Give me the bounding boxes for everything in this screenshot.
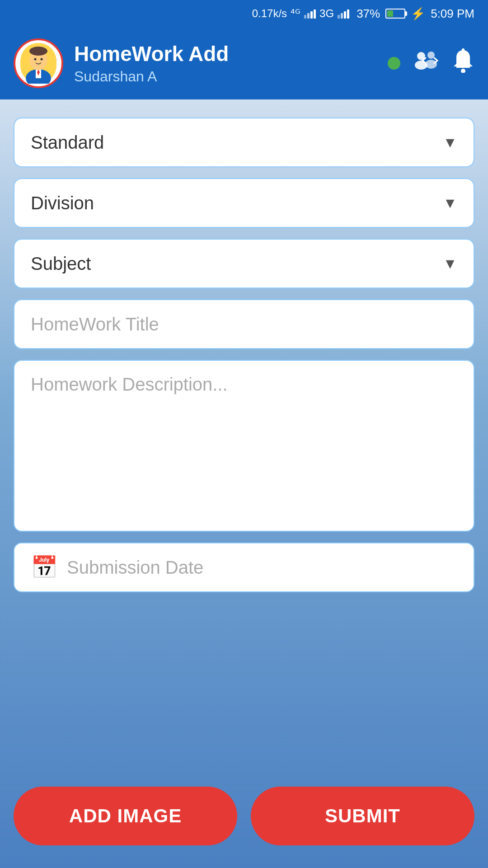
division-dropdown[interactable]: Division ▼ [14, 178, 474, 228]
standard-chevron-down-icon: ▼ [443, 134, 457, 151]
standard-label: Standard [31, 132, 104, 153]
lightning-icon: ⚡ [411, 7, 425, 21]
subject-chevron-down-icon: ▼ [443, 255, 457, 272]
notification-bell-icon[interactable] [452, 48, 474, 78]
spacer [14, 603, 474, 767]
division-chevron-down-icon: ▼ [443, 195, 457, 212]
user-name: Sudarshan A [74, 68, 377, 85]
avatar [14, 38, 63, 88]
submission-date-input[interactable]: 📅 Submission Date [14, 542, 474, 592]
date-placeholder-text: Submission Date [67, 557, 203, 578]
standard-dropdown[interactable]: Standard ▼ [14, 118, 474, 167]
header-actions [388, 48, 474, 78]
device-status: 37% ⚡ 5:09 PM [357, 7, 474, 21]
calendar-icon: 📅 [31, 555, 58, 580]
signal-4g-icon [304, 9, 316, 19]
users-icon[interactable] [413, 49, 439, 78]
status-bar: 0.17k/s ⁴ᴳ 3G 37% ⚡ 5:09 PM [0, 0, 488, 27]
bottom-buttons: ADD IMAGE SUBMIT [14, 787, 474, 845]
header: HomeWork Add Sudarshan A [0, 27, 488, 99]
main-content: Standard ▼ Division ▼ Subject ▼ 📅 Submis… [0, 99, 488, 868]
svg-point-11 [425, 60, 437, 69]
network-type-1: ⁴ᴳ [291, 7, 300, 20]
svg-rect-14 [462, 48, 465, 51]
signal-3g-icon [338, 9, 349, 19]
add-image-button[interactable]: ADD IMAGE [14, 787, 237, 845]
homework-description-input[interactable] [14, 360, 474, 532]
svg-point-7 [41, 58, 43, 61]
network-type-2: 3G [319, 7, 334, 20]
battery-icon [385, 9, 405, 19]
network-info: 0.17k/s ⁴ᴳ 3G [252, 7, 349, 20]
svg-rect-12 [456, 66, 470, 68]
division-label: Division [31, 193, 94, 213]
subject-dropdown[interactable]: Subject ▼ [14, 239, 474, 288]
submit-button[interactable]: SUBMIT [251, 787, 474, 845]
page-title: HomeWork Add [74, 42, 377, 66]
network-speed: 0.17k/s [252, 7, 287, 20]
subject-label: Subject [31, 254, 91, 274]
online-status-icon [388, 57, 400, 70]
svg-point-5 [29, 47, 47, 56]
battery-percent: 37% [357, 7, 380, 21]
svg-point-13 [461, 69, 465, 73]
time-display: 5:09 PM [431, 7, 474, 21]
svg-point-6 [34, 58, 37, 61]
homework-title-input[interactable] [14, 299, 474, 349]
header-title-area: HomeWork Add Sudarshan A [74, 42, 377, 85]
